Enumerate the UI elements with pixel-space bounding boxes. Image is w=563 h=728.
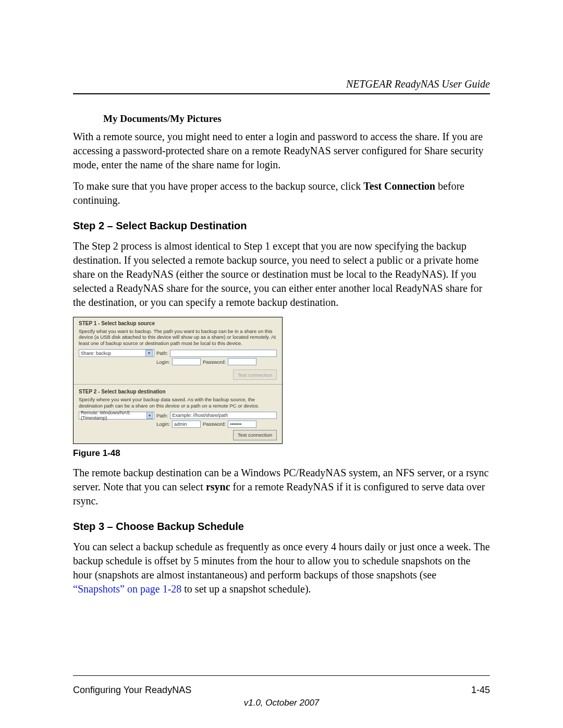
figure-screenshot: STEP 1 - Select backup source Specify wh…: [73, 317, 283, 444]
fig-step1-title: STEP 1 - Select backup source: [79, 320, 277, 326]
heading-step-3: Step 3 – Choose Backup Schedule: [73, 521, 490, 533]
fig-step2-title: STEP 2 - Select backup destination: [79, 389, 277, 394]
path-label: Path:: [156, 413, 168, 418]
paragraph: With a remote source, you might need to …: [73, 130, 490, 172]
password-label: Password:: [203, 359, 226, 365]
fig-divider: [74, 384, 282, 385]
chevron-down-icon: ▾: [145, 350, 153, 357]
login-input[interactable]: [172, 358, 201, 365]
subheading-my-documents: My Documents/My Pictures: [103, 113, 490, 125]
path-input[interactable]: Example: //host/share/path: [170, 412, 277, 419]
paragraph: To make sure that you have proper access…: [73, 179, 490, 207]
fig-step2-desc: Specify where you want your backup data …: [79, 397, 277, 409]
footer-left: Configuring Your ReadyNAS: [73, 685, 191, 696]
path-input[interactable]: [170, 350, 277, 357]
paragraph: The remote backup destination can be a W…: [73, 466, 490, 508]
select-value: Share: backup: [81, 351, 111, 356]
password-input[interactable]: •••••••: [228, 421, 256, 428]
test-connection-button[interactable]: Test connection: [233, 369, 277, 380]
doc-header-title: NETGEAR ReadyNAS User Guide: [73, 78, 490, 90]
path-label: Path:: [156, 350, 168, 356]
paragraph: You can select a backup schedule as freq…: [73, 540, 490, 596]
fig-step1-desc: Specify what you want to backup. The pat…: [79, 328, 277, 346]
text: To make sure that you have proper access…: [73, 180, 363, 192]
link-snapshots[interactable]: “Snapshots” on page 1-28: [73, 583, 181, 595]
backup-source-select[interactable]: Share: backup ▾: [79, 349, 154, 357]
text: to set up a snapshot schedule).: [181, 583, 311, 595]
select-value: Remote: Windows/NAS (Timestamp): [81, 410, 146, 421]
bold-rsync: rsync: [206, 481, 230, 492]
login-label: Login:: [156, 359, 170, 365]
page-number: 1-45: [471, 685, 490, 696]
password-input[interactable]: [228, 358, 256, 365]
figure-caption: Figure 1-48: [73, 448, 490, 459]
bold-test-connection: Test Connection: [363, 180, 435, 192]
test-connection-button[interactable]: Test connection: [233, 430, 277, 440]
header-divider: [73, 93, 490, 94]
backup-dest-select[interactable]: Remote: Windows/NAS (Timestamp) ▾: [79, 412, 154, 419]
login-label: Login:: [156, 421, 170, 427]
footer-version: v1.0, October 2007: [0, 698, 563, 708]
paragraph: The Step 2 process is almost identical t…: [73, 239, 490, 310]
footer-divider: [73, 675, 490, 676]
heading-step-2: Step 2 – Select Backup Destination: [73, 220, 490, 232]
login-input[interactable]: admin: [172, 421, 201, 428]
text: You can select a backup schedule as freq…: [73, 541, 490, 581]
chevron-down-icon: ▾: [146, 412, 153, 419]
password-label: Password:: [203, 421, 226, 427]
